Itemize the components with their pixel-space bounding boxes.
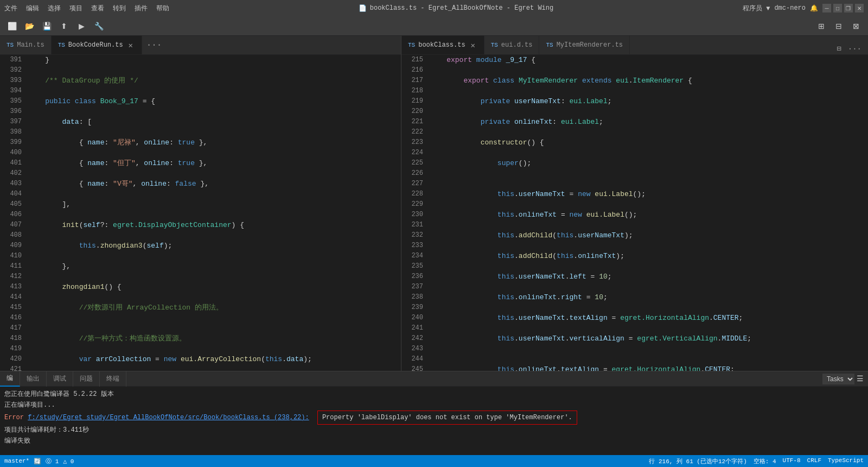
bottom-tabs: 编 输出 调试 问题 终端 Tasks ☰ [0,371,868,387]
error-link[interactable]: f:/study/Egret_study/Egret_AllBookOfNote… [28,414,309,421]
encoding[interactable]: UTF-8 [783,457,801,465]
project-time-line: 项目共计编译耗时：3.411秒 [4,425,864,436]
indent-size[interactable]: 空格: 4 [754,457,776,465]
git-branch[interactable]: master* [4,458,29,464]
tab-label-bookcode: BookCodeRun.ts [68,41,123,49]
menu-file[interactable]: 文件 [4,4,17,13]
right-tab-actions: ⊟ ··· [834,43,868,54]
bottom-tab-output[interactable]: 输出 [20,371,47,387]
language-mode[interactable]: TypeScript [828,457,864,465]
status-bar: master* 🔄 ⓪ 1 △ 0 行 216, 列 61 (已选中12个字符)… [0,455,868,467]
toolbar: ⬜ 📂 💾 ⬆ ▶ 🔧 ⊞ ⊟ ⊠ [0,16,868,36]
tab-my-item-renderer[interactable]: TS MyItemRenderer.ts [539,36,630,54]
right-code-content[interactable]: export module _9_17 { export class MyIte… [427,55,868,371]
status-bar-right: 行 216, 列 61 (已选中12个字符) 空格: 4 UTF-8 CRLF … [649,457,864,465]
more-button[interactable]: ··· [846,43,864,54]
split-editor-button[interactable]: ⊟ [834,43,843,54]
debug-button[interactable]: 🔧 [91,18,106,34]
cursor-position[interactable]: 行 216, 列 61 (已选中12个字符) [649,457,746,465]
minimize-button[interactable]: ─ [822,4,831,12]
bottom-tab-right: Tasks ☰ [822,374,868,384]
left-tab-bar: TS Main.ts TS BookCodeRun.ts ✕ ··· [0,36,401,55]
line-ending[interactable]: CRLF [807,457,821,465]
new-file-button[interactable]: ⬜ [4,18,20,34]
error-line: Error f:/study/Egret_study/Egret_AllBook… [4,411,864,425]
bottom-content: 您正在使用白鹭编译器 5.2.22 版本 正在编译项目... Error f:/… [0,387,868,455]
tab-more-left[interactable]: ··· [142,36,167,54]
right-line-numbers: 215 216 217 218 219 220 221 222 223 224 … [401,55,427,371]
menu-project[interactable]: 项目 [69,4,82,13]
main-area: TS Main.ts TS BookCodeRun.ts ✕ ··· 391 3… [0,36,868,371]
title-bar: 文件 编辑 选择 项目 查看 转到 插件 帮助 📄 bookClass.ts -… [0,0,868,16]
maximize-button[interactable]: □ [833,4,842,12]
upload-button[interactable]: ⬆ [56,18,72,34]
menu-view[interactable]: 查看 [91,4,104,13]
notification-icon[interactable]: 🔔 [810,4,818,12]
tab-label-renderer: MyItemRenderer.ts [557,41,623,49]
tasks-dropdown[interactable]: Tasks [822,374,854,384]
sync-icon[interactable]: 🔄 [34,458,41,465]
save-all-button[interactable]: 💾 [39,18,54,34]
title-icon: 📄 [359,4,367,12]
user-label: 程序员 ▼ [743,4,770,13]
menu-goto[interactable]: 转到 [113,4,126,13]
settings-button[interactable]: ⊠ [848,18,864,34]
tab-close-bookcode[interactable]: ✕ [126,41,135,49]
error-message-box: Property 'labelDisplay' does not exist o… [317,411,577,425]
menu-bar[interactable]: 文件 编辑 选择 项目 查看 转到 插件 帮助 [4,4,169,13]
right-editor: TS bookClass.ts ✕ TS eui.d.ts TS MyItemR… [401,36,868,371]
bottom-panel: 编 输出 调试 问题 终端 Tasks ☰ 您正在使用白鹭编译器 5.2.22 … [0,371,868,455]
title-text: bookClass.ts - Egret_AllBookOfNote - Egr… [370,4,553,12]
menu-plugin[interactable]: 插件 [135,4,148,13]
tab-icon-bookclass: TS [408,42,415,48]
tab-close-bookclass[interactable]: ✕ [469,41,477,49]
left-editor: TS Main.ts TS BookCodeRun.ts ✕ ··· 391 3… [0,36,401,371]
menu-edit[interactable]: 编辑 [26,4,39,13]
menu-help[interactable]: 帮助 [156,4,169,13]
window-controls[interactable]: ─ □ ❐ ✕ [822,4,864,12]
tab-icon-main: TS [7,42,14,48]
bottom-tab-terminal[interactable]: 终端 [100,371,126,387]
left-code-editor: 391 392 393 394 395 396 397 398 399 400 … [0,55,401,371]
split-button[interactable]: ⊟ [831,18,846,34]
tab-label-main: Main.ts [17,41,44,49]
menu-select[interactable]: 选择 [48,4,61,13]
bottom-tab-problems[interactable]: 问题 [73,371,100,387]
bottom-tab-debug[interactable]: 调试 [47,371,73,387]
left-code-content[interactable]: } /** DataGroup 的使用 */ public class Book… [26,55,401,371]
tab-label-bookclass: bookClass.ts [418,41,465,49]
tab-eui-d-ts[interactable]: TS eui.d.ts [484,36,540,54]
tab-icon-bookcode: TS [58,42,65,48]
tab-main-ts[interactable]: TS Main.ts [0,36,52,54]
user-name[interactable]: dmc-nero [774,4,806,12]
close-button[interactable]: ✕ [855,4,864,12]
open-file-button[interactable]: 📂 [22,18,37,34]
right-tab-bar: TS bookClass.ts ✕ TS eui.d.ts TS MyItemR… [401,36,868,55]
left-line-numbers: 391 392 393 394 395 396 397 398 399 400 … [0,55,26,371]
tab-label-eui: eui.d.ts [501,41,533,49]
restore-button[interactable]: ❐ [844,4,853,12]
right-code-editor: 215 216 217 218 219 220 221 222 223 224 … [401,55,868,371]
compile-fail-line: 编译失败 [4,436,864,446]
tab-icon-renderer: TS [546,42,553,48]
tab-bookclass-ts[interactable]: TS bookClass.ts ✕ [401,36,484,54]
tab-book-code-run[interactable]: TS BookCodeRun.ts ✕ [52,36,142,54]
window-title: 📄 bookClass.ts - Egret_AllBookOfNote - E… [359,4,553,12]
layout-button[interactable]: ⊞ [814,18,829,34]
compiling-line: 正在编译项目... [4,400,864,411]
compiler-version-line: 您正在使用白鹭编译器 5.2.22 版本 [4,389,864,400]
title-bar-right: 程序员 ▼ dmc-nero 🔔 ─ □ ❐ ✕ [743,4,864,13]
error-count[interactable]: ⓪ 1 [46,457,59,465]
bottom-tab-compiler[interactable]: 编 [0,371,20,387]
run-button[interactable]: ▶ [74,18,89,34]
bottom-toolbar-icon[interactable]: ☰ [857,374,864,383]
warning-count[interactable]: △ 0 [63,458,74,465]
tab-icon-eui: TS [491,42,498,48]
error-prefix: Error [4,414,28,421]
